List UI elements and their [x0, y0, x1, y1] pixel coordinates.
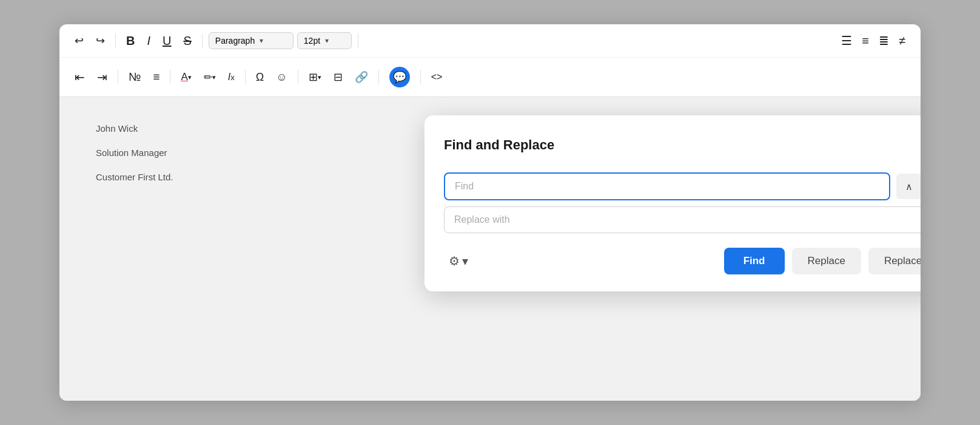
- toolbar: ↩ ↪ B I U S Paragraph ▾: [59, 24, 921, 97]
- modal-inputs: ∧ ∨: [444, 172, 921, 233]
- code-button[interactable]: <>: [427, 69, 447, 86]
- clear-format-button[interactable]: Ix: [224, 69, 239, 86]
- redo-icon: ↪: [96, 34, 105, 47]
- align-buttons: ☰ ≡ ≣ ≠: [837, 30, 910, 51]
- modal-header: Find and Replace ×: [444, 135, 921, 155]
- comment-icon: 💬: [389, 67, 410, 87]
- strikethrough-icon: S: [183, 34, 191, 48]
- nav-up-button[interactable]: ∧: [896, 174, 921, 199]
- modal-footer: ⚙ ▾ Find Replace Replace all: [444, 248, 921, 274]
- image-icon: ⊟: [334, 70, 343, 84]
- redo-button[interactable]: ↪: [92, 31, 109, 50]
- italic-icon: I: [147, 34, 150, 48]
- nav-buttons: ∧ ∨: [896, 174, 921, 199]
- settings-arrow: ▾: [462, 254, 468, 268]
- outdent-button[interactable]: ⇤: [70, 67, 89, 87]
- link-button[interactable]: 🔗: [351, 67, 372, 87]
- strikethrough-button[interactable]: S: [179, 31, 195, 51]
- divider-7: [298, 70, 298, 84]
- gear-icon: ⚙: [449, 254, 460, 268]
- align-left-button[interactable]: ☰: [837, 30, 856, 51]
- find-replace-modal: Find and Replace × ∧ ∨: [425, 115, 921, 291]
- divider-6: [245, 70, 246, 84]
- image-button[interactable]: ⊟: [329, 67, 347, 87]
- divider-8: [378, 70, 379, 84]
- settings-button[interactable]: ⚙ ▾: [444, 250, 473, 272]
- highlight-button[interactable]: ✏ ▾: [200, 68, 220, 87]
- unordered-list-button[interactable]: ≡: [149, 67, 164, 87]
- modal-title: Find and Replace: [444, 137, 554, 153]
- font-color-icon: A: [181, 71, 187, 83]
- emoji-button[interactable]: ☺: [272, 68, 291, 87]
- highlight-icon: ✏: [204, 71, 212, 84]
- undo-icon: ↩: [75, 34, 84, 47]
- replace-all-button[interactable]: Replace all: [868, 248, 921, 274]
- modal-overlay: Find and Replace × ∧ ∨: [59, 97, 921, 401]
- bold-button[interactable]: B: [122, 31, 139, 51]
- omega-icon: Ω: [256, 71, 264, 84]
- comment-button[interactable]: 💬: [385, 64, 414, 90]
- fontsize-label: 12pt: [304, 36, 320, 46]
- table-button[interactable]: ⊞ ▾: [304, 67, 326, 87]
- find-button[interactable]: Find: [724, 248, 785, 274]
- emoji-icon: ☺: [276, 71, 287, 84]
- undo-button[interactable]: ↩: [70, 31, 88, 50]
- highlight-arrow: ▾: [212, 73, 216, 81]
- align-justify-button[interactable]: ≠: [894, 30, 910, 51]
- editor-body: John Wick Solution Manager Customer Firs…: [59, 97, 921, 401]
- fontsize-arrow: ▾: [325, 36, 329, 45]
- underline-icon: U: [163, 34, 171, 48]
- table-arrow: ▾: [318, 73, 321, 81]
- align-right-button[interactable]: ≣: [874, 30, 893, 51]
- indent-button[interactable]: ⇥: [93, 67, 112, 87]
- replace-button[interactable]: Replace: [792, 248, 861, 274]
- link-icon: 🔗: [355, 70, 368, 84]
- divider-4: [118, 70, 118, 84]
- bold-icon: B: [126, 34, 135, 48]
- paragraph-arrow: ▾: [260, 36, 263, 45]
- toolbar-row-2: ⇤ ⇥ № ≡ A ▾ ✏ ▾ Ix Ω ☺: [59, 58, 921, 97]
- divider-9: [420, 70, 421, 84]
- toolbar-row-1: ↩ ↪ B I U S Paragraph ▾: [59, 24, 921, 58]
- ordered-list-button[interactable]: №: [124, 67, 145, 87]
- editor-container: ↩ ↪ B I U S Paragraph ▾: [59, 24, 921, 401]
- find-input[interactable]: [444, 172, 890, 200]
- code-icon: <>: [431, 72, 443, 83]
- omega-button[interactable]: Ω: [252, 68, 268, 87]
- replace-input[interactable]: [444, 206, 921, 233]
- fontsize-select[interactable]: 12pt ▾: [297, 32, 352, 49]
- underline-button[interactable]: U: [158, 31, 175, 51]
- align-center-button[interactable]: ≡: [858, 30, 873, 51]
- divider-1: [115, 33, 116, 48]
- divider-5: [170, 70, 170, 84]
- find-input-row: ∧ ∨: [444, 172, 921, 200]
- font-color-arrow: ▾: [188, 73, 192, 81]
- chevron-up-icon: ∧: [905, 181, 913, 192]
- paragraph-label: Paragraph: [215, 36, 255, 46]
- italic-button[interactable]: I: [143, 31, 155, 51]
- table-icon: ⊞: [309, 70, 318, 84]
- divider-3: [358, 33, 358, 48]
- paragraph-select[interactable]: Paragraph ▾: [209, 32, 294, 49]
- divider-2: [202, 33, 203, 48]
- font-color-button[interactable]: A ▾: [176, 68, 195, 86]
